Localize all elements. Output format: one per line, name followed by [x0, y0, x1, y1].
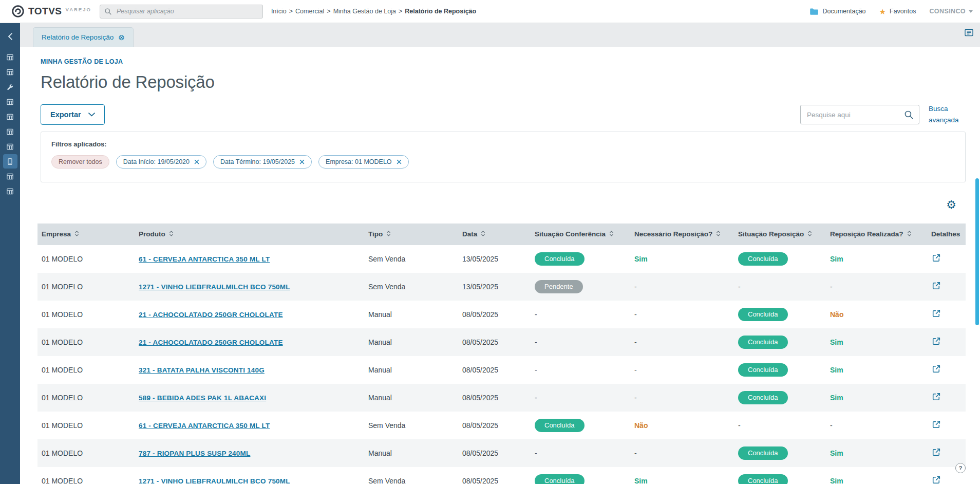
- column-header[interactable]: Situação Reposição: [734, 224, 826, 245]
- app-search[interactable]: [100, 5, 263, 18]
- sidebar-collapse-button[interactable]: [8, 32, 13, 41]
- cell-empresa: 01 MODELO: [42, 338, 83, 346]
- cell-data: 08/05/2025: [462, 394, 498, 402]
- page-search-input[interactable]: [806, 110, 900, 119]
- chip-close-icon[interactable]: [194, 159, 199, 164]
- totvs-logo[interactable]: TOTVS VAREJO: [11, 5, 91, 18]
- sort-icon[interactable]: [907, 230, 912, 239]
- sidebar-menu: [3, 50, 17, 198]
- sort-icon[interactable]: [74, 230, 79, 239]
- product-link[interactable]: 61 - CERVEJA ANTARCTICA 350 ML LT: [139, 255, 270, 263]
- column-header[interactable]: Reposição Realizada?: [826, 224, 927, 245]
- sort-icon[interactable]: [609, 230, 614, 239]
- sidebar-item-10[interactable]: [3, 184, 17, 198]
- product-link[interactable]: 21 - ACHOCOLATADO 250GR CHOLOLATE: [139, 311, 283, 319]
- toolbar: Exportar Busca avançada: [37, 103, 966, 126]
- table-settings-gear-icon[interactable]: ⚙: [946, 199, 956, 211]
- search-icon[interactable]: [904, 110, 914, 120]
- user-menu[interactable]: CONSINCO: [929, 8, 973, 15]
- sidebar-item-8[interactable]: [3, 154, 17, 169]
- open-details-icon[interactable]: [931, 364, 941, 374]
- open-details-icon[interactable]: [931, 336, 941, 346]
- documentation-link[interactable]: Documentação: [809, 8, 865, 15]
- open-details-icon[interactable]: [931, 308, 941, 319]
- app-search-input[interactable]: [116, 7, 258, 15]
- cell-tipo: Manual: [368, 338, 392, 346]
- empty-value: -: [830, 421, 833, 430]
- filter-chips: Remover todos Data Início: 19/05/2020Dat…: [51, 155, 955, 169]
- report-table: EmpresaProdutoTipoDataSituação Conferênc…: [37, 224, 966, 484]
- tab-close-icon[interactable]: ⊗: [118, 33, 125, 41]
- breadcrumb-separator: >: [289, 8, 293, 15]
- product-link[interactable]: 1271 - VINHO LIEBFRAULMILCH BCO 750ML: [139, 477, 290, 484]
- sort-icon[interactable]: [481, 230, 485, 239]
- breadcrumb-item[interactable]: Minha Gestão de Loja: [333, 8, 396, 15]
- product-link[interactable]: 1271 - VINHO LIEBFRAULMILCH BCO 750ML: [139, 283, 290, 291]
- applied-filters-panel: Filtros aplicados: Remover todos Data In…: [41, 132, 966, 182]
- empty-value: -: [535, 394, 537, 402]
- cell-tipo: Manual: [368, 310, 392, 319]
- page-title: Relatório de Reposição: [41, 72, 966, 92]
- product-link[interactable]: 589 - BEBIDA ADES PAK 1L ABACAXI: [139, 394, 266, 402]
- sort-icon[interactable]: [807, 230, 812, 239]
- cell-empresa: 01 MODELO: [42, 421, 83, 430]
- breadcrumb-separator: >: [327, 8, 330, 15]
- column-header-label: Situação Reposição: [738, 230, 804, 238]
- product-link[interactable]: 21 - ACHOCOLATADO 250GR CHOLOLATE: [139, 339, 283, 346]
- product-link[interactable]: 61 - CERVEJA ANTARCTICA 350 ML LT: [139, 422, 270, 430]
- sort-icon[interactable]: [169, 230, 174, 239]
- sidebar-item-6[interactable]: [3, 124, 17, 139]
- table-header-row: EmpresaProdutoTipoDataSituação Conferênc…: [37, 224, 966, 245]
- sidebar-item-4[interactable]: [3, 95, 17, 109]
- column-header[interactable]: Necessário Reposição?: [630, 224, 734, 245]
- status-text: Não: [634, 421, 648, 430]
- column-header[interactable]: Situação Conferência: [531, 224, 630, 245]
- sort-icon[interactable]: [716, 230, 721, 239]
- open-details-icon[interactable]: [931, 419, 941, 430]
- export-button-label: Exportar: [50, 110, 81, 119]
- sidebar-item-2[interactable]: [3, 65, 17, 79]
- sidebar: [0, 23, 20, 484]
- column-header[interactable]: Data: [458, 224, 531, 245]
- breadcrumb-item[interactable]: Início: [271, 8, 287, 15]
- open-details-icon[interactable]: [931, 392, 941, 402]
- vertical-scrollbar[interactable]: [975, 178, 979, 325]
- table-row: 01 MODELO21 - ACHOCOLATADO 250GR CHOLOLA…: [37, 301, 966, 328]
- favorites-link[interactable]: ★ Favoritos: [879, 8, 916, 15]
- tab-list-icon[interactable]: [965, 29, 973, 39]
- open-details-icon[interactable]: [931, 475, 941, 484]
- empty-value: -: [830, 283, 833, 291]
- sidebar-item-1[interactable]: [3, 50, 17, 64]
- open-details-icon[interactable]: [931, 281, 941, 291]
- advanced-search-link[interactable]: Busca avançada: [929, 103, 966, 126]
- product-link[interactable]: 787 - RIOPAN PLUS SUSP 240ML: [139, 450, 250, 457]
- remove-all-filters-button[interactable]: Remover todos: [51, 155, 109, 169]
- column-header[interactable]: Produto: [135, 224, 364, 245]
- breadcrumb-item[interactable]: Comercial: [295, 8, 324, 15]
- sidebar-item-7[interactable]: [3, 139, 17, 154]
- product-link[interactable]: 321 - BATATA PALHA VISCONTI 140G: [139, 366, 265, 374]
- status-badge: Pendente: [535, 280, 583, 293]
- column-header[interactable]: Tipo: [364, 224, 458, 245]
- page-search[interactable]: [800, 105, 919, 124]
- sidebar-item-3[interactable]: [3, 80, 17, 94]
- export-button[interactable]: Exportar: [41, 104, 105, 125]
- help-icon[interactable]: ?: [955, 463, 966, 473]
- chip-close-icon[interactable]: [299, 159, 305, 164]
- cell-tipo: Sem Venda: [368, 421, 405, 430]
- table-row: 01 MODELO1271 - VINHO LIEBFRAULMILCH BCO…: [37, 467, 966, 484]
- open-details-icon[interactable]: [931, 253, 941, 263]
- sidebar-item-5[interactable]: [3, 109, 17, 124]
- column-header[interactable]: Empresa: [37, 224, 135, 245]
- cell-empresa: 01 MODELO: [42, 366, 83, 374]
- status-badge: Concluída: [738, 308, 788, 321]
- section-label[interactable]: MINHA GESTÃO DE LOJA: [41, 58, 966, 65]
- status-text: Sim: [634, 255, 648, 263]
- cell-empresa: 01 MODELO: [42, 394, 83, 402]
- open-details-icon[interactable]: [931, 447, 941, 457]
- sort-icon[interactable]: [386, 230, 391, 239]
- cell-data: 08/05/2025: [462, 449, 498, 457]
- chip-close-icon[interactable]: [397, 159, 402, 164]
- tab-relatorio-de-reposicao[interactable]: Relatório de Reposição ⊗: [33, 27, 134, 47]
- sidebar-item-9[interactable]: [3, 169, 17, 183]
